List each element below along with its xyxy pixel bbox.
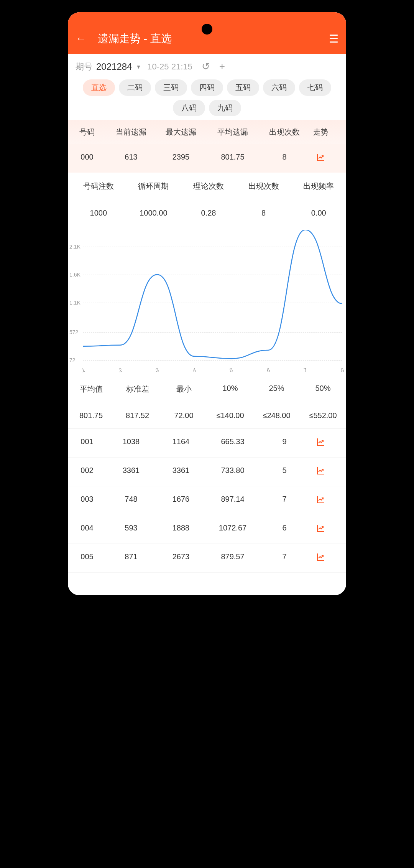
table-row[interactable]: 0037481676897.147 [68, 486, 346, 515]
tab-5[interactable]: 六码 [263, 79, 295, 96]
pct-v-4: ≤248.00 [253, 411, 300, 420]
trend-chart-icon[interactable] [309, 524, 332, 535]
grid-line [83, 360, 342, 361]
pct-v-5: ≤552.00 [300, 411, 346, 420]
stats-v-3: 8 [236, 209, 291, 217]
cell-code: 005 [68, 552, 106, 564]
cell-max: 2673 [156, 552, 206, 564]
cell-avg: 897.14 [206, 495, 260, 506]
cell-avg: 1072.67 [206, 524, 260, 535]
tab-7[interactable]: 八码 [173, 100, 205, 116]
tab-2[interactable]: 三码 [155, 79, 187, 96]
cell-code: 002 [68, 466, 106, 478]
trend-chart-icon[interactable] [309, 495, 332, 506]
stats-row: 1000 1000.00 0.28 8 0.00 [68, 200, 346, 226]
cell-count: 5 [260, 466, 309, 478]
trend-chart-icon[interactable] [309, 466, 332, 478]
dropdown-icon[interactable]: ▼ [136, 64, 141, 70]
cell-code: 001 [68, 437, 106, 449]
controls-bar: 期号 2021284 ▼ 10-25 21:15 ↺ + [68, 54, 346, 76]
menu-button[interactable]: ☰ [329, 33, 338, 45]
cell-avg: 801.75 [206, 153, 260, 164]
cell-avg: 879.57 [206, 552, 260, 564]
x-tick-label: 8 [340, 367, 345, 373]
stats-v-4: 0.00 [291, 209, 346, 217]
x-tick-label: 5 [229, 367, 233, 373]
tab-6[interactable]: 七码 [299, 79, 331, 96]
cell-current: 748 [106, 495, 156, 506]
pct-h-2: 最小 [161, 384, 207, 394]
tab-0[interactable]: 直选 [83, 79, 115, 96]
back-button[interactable]: ← [76, 33, 86, 45]
trend-chart-icon[interactable] [309, 552, 332, 564]
x-tick-label: 1 [81, 367, 85, 373]
cell-current: 613 [106, 153, 156, 164]
pct-v-2: 72.00 [161, 411, 207, 420]
pct-h-0: 平均值 [68, 384, 114, 394]
pct-h-3: 10% [207, 384, 253, 394]
cell-max: 3361 [156, 466, 206, 478]
cell-max: 2395 [156, 153, 206, 164]
y-tick-label: 1.1K [69, 300, 80, 306]
cell-code: 003 [68, 495, 106, 506]
data-rows-container: 00110381164665.33900233613361733.8050037… [68, 429, 346, 573]
header-current: 当前遗漏 [106, 127, 156, 137]
pct-v-0: 801.75 [68, 411, 114, 420]
cell-avg: 733.80 [206, 466, 260, 478]
stats-v-0: 1000 [71, 209, 126, 217]
x-tick-label: 7 [303, 367, 307, 373]
y-tick-label: 572 [69, 329, 78, 335]
trend-chart-icon[interactable] [309, 153, 332, 164]
tab-bar: 直选二码三码四码五码六码七码八码九码 [68, 76, 346, 120]
cell-count: 6 [260, 524, 309, 535]
pct-h-1: 标准差 [114, 384, 161, 394]
cell-count: 7 [260, 552, 309, 564]
tab-3[interactable]: 四码 [191, 79, 223, 96]
stats-h-1: 循环周期 [126, 181, 181, 191]
header-max: 最大遗漏 [156, 127, 206, 137]
cell-avg: 665.33 [206, 437, 260, 449]
cell-count: 7 [260, 495, 309, 506]
cell-code: 004 [68, 524, 106, 535]
stats-header: 号码注数 循环周期 理论次数 出现次数 出现频率 [68, 173, 346, 200]
table-row[interactable]: 0058712673879.577 [68, 544, 346, 573]
stats-h-0: 号码注数 [71, 181, 126, 191]
cell-count: 8 [260, 153, 309, 164]
pct-v-1: 817.52 [114, 411, 161, 420]
timestamp: 10-25 21:15 [147, 62, 192, 72]
y-tick-label: 2.1K [69, 244, 80, 250]
cell-current: 3361 [106, 466, 156, 478]
table-row[interactable]: 00110381164665.339 [68, 429, 346, 458]
y-tick-label: 1.6K [69, 272, 80, 278]
cell-count: 9 [260, 437, 309, 449]
main-table-header: 号码 当前遗漏 最大遗漏 平均遗漏 出现次数 走势 [68, 120, 346, 144]
table-row[interactable]: 00459318881072.676 [68, 515, 346, 544]
stats-h-3: 出现次数 [236, 181, 291, 191]
y-tick-label: 72 [69, 357, 76, 363]
cell-current: 1038 [106, 437, 156, 449]
x-tick-label: 2 [118, 367, 123, 373]
chart-line [83, 230, 342, 359]
header-trend: 走势 [309, 127, 332, 137]
header-avg: 平均遗漏 [206, 127, 260, 137]
tab-8[interactable]: 九码 [209, 100, 241, 116]
camera-cutout [202, 24, 212, 35]
header-code: 号码 [68, 127, 106, 137]
header-count: 出现次数 [260, 127, 309, 137]
cell-max: 1676 [156, 495, 206, 506]
refresh-button[interactable]: ↺ [202, 61, 210, 72]
table-row[interactable]: 00233613361733.805 [68, 458, 346, 486]
tab-1[interactable]: 二码 [119, 79, 151, 96]
selected-row[interactable]: 000 613 2395 801.75 8 [68, 144, 346, 173]
period-value[interactable]: 2021284 [96, 61, 132, 72]
cell-max: 1164 [156, 437, 206, 449]
stats-h-4: 出现频率 [291, 181, 346, 191]
period-label: 期号 [76, 61, 92, 72]
trend-chart-icon[interactable] [309, 437, 332, 449]
tab-4[interactable]: 五码 [227, 79, 259, 96]
cell-current: 593 [106, 524, 156, 535]
pct-v-3: ≤140.00 [207, 411, 253, 420]
stats-v-2: 0.28 [181, 209, 236, 217]
add-button[interactable]: + [219, 61, 225, 72]
cell-current: 871 [106, 552, 156, 564]
